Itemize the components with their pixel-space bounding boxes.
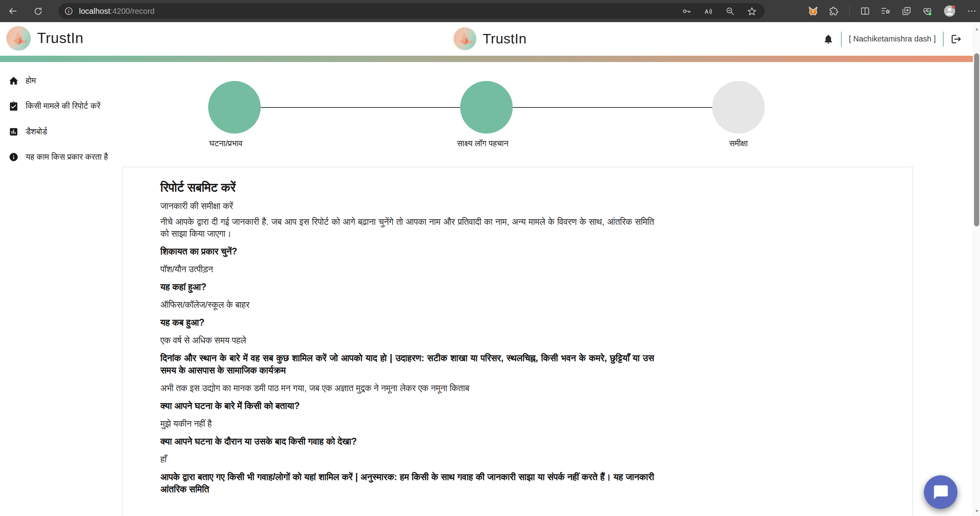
question-text: यह कब हुआ? [160,316,654,329]
step-connector [513,107,712,108]
favorites-list-icon[interactable] [880,6,891,17]
qa-item: शिकायत का प्रकार चुनें? पॉश/यौन उत्पीड़न [160,245,654,275]
browser-window: localhost:4200/record [0,0,980,516]
answer-text: ऑफिस/कॉलेज/स्कूल के बाहर [160,299,654,311]
url-host: localhost [79,7,110,15]
home-icon [9,76,19,86]
question-text: शिकायत का प्रकार चुनें? [160,245,654,258]
sidebar-item-0[interactable]: होम [9,75,119,87]
logged-in-user: [ Nachiketamishra dash ] [849,34,936,43]
app-header: TrustIn TrustIn [ Nachiketamishra dash ] [0,22,973,56]
answer-text: पॉश/यौन उत्पीड़न [160,264,654,275]
refresh-icon[interactable] [30,3,46,19]
scrollbar-thumb[interactable] [974,53,979,226]
password-key-icon[interactable] [682,6,692,16]
intro-text: नीचे आपके द्वारा दी गई जानकारी है. जब आप… [160,216,654,240]
chat-bubble-icon[interactable] [924,475,957,509]
question-text: यह कहां हुआ? [160,281,654,293]
sidebar-item-3[interactable]: यह काम किस प्रकार करता है [9,151,119,163]
qa-list: शिकायत का प्रकार चुनें? पॉश/यौन उत्पीड़न… [160,245,654,495]
page-subtitle: जानकारी की समीक्षा करें [160,201,654,211]
accent-gradient-bar [0,56,973,62]
split-screen-icon[interactable] [860,6,870,16]
qa-item: दिनांक और स्थान के बारे में वह सब कुछ शा… [160,352,654,394]
sidebar-item-2[interactable]: डैशबोर्ड [9,126,119,137]
question-text: आपके द्वारा बताए गए किसी भी गवाह/लोगों क… [160,471,654,495]
brand-name: TrustIn [483,31,527,47]
origami-crane-logo-icon [6,26,31,51]
brand-logo-center: TrustIn [453,27,527,50]
back-icon[interactable] [5,3,21,19]
sidebar-nav: होम किसी मामले की रिपोर्ट करें डैशबोर्ड … [0,62,119,163]
read-aloud-icon[interactable] [703,6,713,16]
answer-text: एक वर्ष से अधिक समय पहले [160,335,654,347]
scroll-down-icon[interactable]: ▼ [973,507,980,514]
answer-text: अभी तक इस उद्योग का मानक डमी पाठ मन गया,… [160,382,654,394]
more-menu-icon[interactable] [967,6,977,16]
extensions-icon[interactable] [829,6,839,16]
notifications-bell-icon[interactable] [823,34,834,45]
favorite-star-icon[interactable] [747,6,757,16]
step-circle-incident[interactable] [208,81,261,134]
qa-item: आपके द्वारा बताए गए किसी भी गवाह/लोगों क… [160,471,654,495]
duplicate-tab-icon[interactable] [901,6,912,16]
browser-chrome: localhost:4200/record [0,0,980,22]
answer-text: हाँ [160,454,654,465]
header-divider [943,32,944,47]
step-circle-evidence[interactable] [460,81,513,134]
page-title: रिपोर्ट सबमिट करें [160,181,654,195]
info-icon [9,152,19,162]
address-bar[interactable]: localhost:4200/record [58,3,765,19]
step-label-evidence: साक्ष्य लॉग पहचान [457,137,512,149]
sidebar-item-1[interactable]: किसी मामले की रिपोर्ट करें [9,100,119,112]
page-scrollbar[interactable]: ▲ ▼ [973,22,980,516]
url-path: :4200/record [110,7,154,15]
toolbar-divider [849,6,850,16]
question-text: क्या आपने घटना के बारे में किसी को बताया… [160,400,654,412]
question-text: क्या आपने घटना के दौरान या उसके बाद किसी… [160,435,654,448]
step-connector [261,107,460,108]
qa-item: यह कब हुआ? एक वर्ष से अधिक समय पहले [160,316,654,347]
step-label-review: समीक्षा [712,137,765,149]
profile-avatar[interactable] [943,4,956,18]
brand-name: TrustIn [37,30,83,47]
header-divider [841,32,842,47]
question-text: दिनांक और स्थान के बारे में वह सब कुछ शा… [160,352,654,377]
brand-logo-left: TrustIn [6,26,83,51]
logout-icon[interactable] [951,34,962,45]
qa-item: क्या आपने घटना के दौरान या उसके बाद किसी… [160,435,654,465]
qa-item: यह कहां हुआ? ऑफिस/कॉलेज/स्कूल के बाहर [160,281,654,311]
step-label-incident: घटना/प्रभाव [209,137,273,149]
dashboard-icon [9,127,19,137]
answer-text: मुझे यकीन नहीं है [160,418,654,430]
qa-item: क्या आपने घटना के बारे में किसी को बताया… [160,400,654,430]
url-text[interactable]: localhost:4200/record [79,7,682,16]
origami-crane-logo-icon [453,27,476,50]
browser-essentials-icon[interactable] [922,6,933,17]
step-circle-review[interactable] [712,81,765,134]
scroll-up-icon[interactable]: ▲ [973,25,980,32]
report-case-icon [9,101,19,111]
report-review-card: रिपोर्ट सबमिट करें जानकारी की समीक्षा कर… [122,167,913,516]
site-info-icon[interactable] [64,6,73,16]
zoom-out-icon[interactable] [725,6,735,16]
metamask-icon[interactable] [808,6,818,17]
